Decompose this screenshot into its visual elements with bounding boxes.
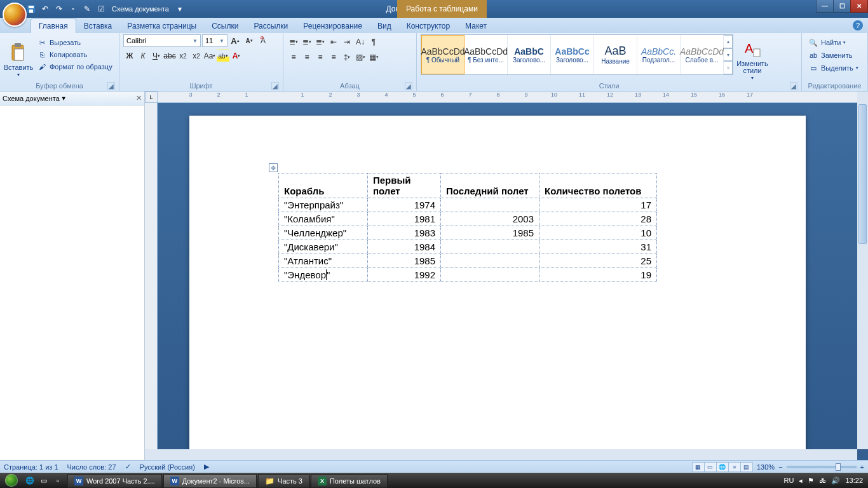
view-web[interactable]: 🌐 — [716, 462, 729, 472]
style-normal[interactable]: AaBbCcDd¶ Обычный — [421, 35, 465, 74]
superscript-button[interactable]: x2 — [190, 50, 203, 62]
table-header[interactable]: Количество полетов — [539, 173, 657, 198]
docmap-dropdown-icon[interactable]: ▼ — [61, 95, 67, 102]
copy-button[interactable]: ⎘Копировать — [34, 49, 115, 60]
style-nospacing[interactable]: AaBbCcDd¶ Без инте... — [465, 35, 508, 74]
status-page[interactable]: Страница: 1 из 1 — [4, 463, 58, 471]
table-row[interactable]: "Челленджер"1983198510 — [279, 226, 657, 240]
align-justify-button[interactable]: ≡ — [327, 51, 340, 64]
table-row[interactable]: "Энтерпрайз"197417 — [279, 198, 657, 212]
tab-insert[interactable]: Вставка — [76, 19, 120, 33]
align-right-button[interactable]: ≡ — [314, 51, 327, 64]
borders-button[interactable]: ▦▾ — [367, 51, 380, 64]
sort-button[interactable]: A↓ — [354, 36, 367, 48]
quicklaunch-desktop-icon[interactable]: ▭ — [37, 473, 51, 487]
qat-edit-icon[interactable]: ✎ — [81, 3, 93, 15]
status-words[interactable]: Число слов: 27 — [67, 463, 116, 471]
status-macro-icon[interactable]: ▶ — [204, 463, 209, 471]
font-size-combo[interactable]: 11▼ — [202, 34, 227, 47]
taskbar-item[interactable]: WWord 2007 Часть 2.... — [67, 474, 162, 488]
style-subtitle[interactable]: AaBbCc.Подзагол... — [637, 35, 681, 74]
help-icon[interactable]: ? — [853, 20, 863, 30]
view-draft[interactable]: ▤ — [740, 462, 753, 472]
view-outline[interactable]: ≡ — [728, 462, 741, 472]
tray-network-icon[interactable]: 🖧 — [819, 477, 826, 484]
table-header[interactable]: Корабль — [279, 173, 368, 198]
qat-check-icon[interactable]: ☑ — [95, 3, 107, 15]
align-center-button[interactable]: ≡ — [301, 51, 313, 64]
tray-flag-icon[interactable]: ⚑ — [808, 477, 814, 485]
subscript-button[interactable]: x2 — [177, 50, 189, 62]
shrink-font-button[interactable]: A▾ — [243, 34, 255, 47]
multilevel-button[interactable]: ≣▾ — [314, 36, 327, 48]
qat-more-icon[interactable]: ▾ — [174, 3, 186, 15]
office-button[interactable] — [3, 3, 27, 27]
font-launcher[interactable]: ◢ — [271, 82, 279, 90]
table-move-handle[interactable]: ✥ — [269, 163, 278, 172]
grow-font-button[interactable]: A▴ — [229, 34, 241, 47]
zoom-in-button[interactable]: + — [860, 463, 864, 471]
strike-button[interactable]: abc — [163, 50, 176, 62]
horizontal-ruler[interactable]: 3211234567891011121314151617 — [158, 92, 857, 103]
find-button[interactable]: 🔍Найти ▾ — [806, 37, 864, 48]
clear-formatting-button[interactable]: A⊘ — [257, 34, 269, 47]
view-fullscreen[interactable]: ▭ — [704, 462, 717, 472]
italic-button[interactable]: К — [137, 50, 149, 62]
change-case-button[interactable]: Aa▾ — [203, 50, 216, 62]
start-button[interactable] — [0, 473, 23, 488]
window-minimize-button[interactable]: — — [816, 0, 834, 13]
tray-caret-icon[interactable]: ◂ — [799, 477, 803, 485]
taskbar-item[interactable]: XПолеты шатлов — [311, 474, 388, 488]
tray-clock[interactable]: 13:22 — [845, 477, 863, 484]
table-row[interactable]: "Атлантис"198525 — [279, 254, 657, 268]
change-styles-button[interactable]: A Изменить стили▼ — [735, 34, 770, 81]
cut-button[interactable]: ✂Вырезать — [34, 37, 115, 48]
zoom-knob[interactable] — [836, 463, 841, 471]
tab-pagelayout[interactable]: Разметка страницы — [119, 19, 204, 33]
window-close-button[interactable]: ✕ — [850, 0, 868, 13]
bullets-button[interactable]: ≣▾ — [287, 36, 300, 48]
styles-gallery[interactable]: AaBbCcDd¶ Обычный AaBbCcDd¶ Без инте... … — [421, 34, 733, 75]
tab-review[interactable]: Рецензирование — [295, 19, 370, 33]
view-print-layout[interactable]: ▦ — [692, 462, 705, 472]
select-button[interactable]: ▭Выделить ▾ — [806, 62, 864, 74]
replace-button[interactable]: abЗаменить — [806, 50, 864, 61]
table-row[interactable]: "Эндевор"199219 — [279, 268, 657, 282]
taskbar-item[interactable]: WДокумент2 - Micros... — [163, 474, 257, 488]
style-heading2[interactable]: AaBbCcЗаголово... — [551, 35, 594, 74]
font-name-combo[interactable]: Calibri▼ — [123, 34, 201, 47]
status-proofing-icon[interactable]: ✓ — [125, 463, 131, 471]
document-table[interactable]: КорабльПервый полетПоследний полетКоличе… — [278, 173, 657, 282]
tab-design[interactable]: Конструктор — [399, 19, 458, 33]
docmap-close-icon[interactable]: ✕ — [136, 94, 142, 102]
tab-mailings[interactable]: Рассылки — [246, 19, 295, 33]
zoom-slider[interactable] — [787, 466, 857, 468]
highlight-button[interactable]: ab▾ — [217, 50, 229, 62]
tray-lang[interactable]: RU — [784, 477, 794, 484]
window-maximize-button[interactable]: ☐ — [833, 0, 851, 13]
qat-redo-icon[interactable]: ↷ — [53, 3, 65, 15]
qat-new-icon[interactable]: ▫ — [67, 3, 79, 15]
tray-volume-icon[interactable]: 🔊 — [831, 477, 840, 485]
zoom-level[interactable]: 130% — [757, 463, 775, 471]
tab-home[interactable]: Главная — [31, 18, 76, 33]
numbering-button[interactable]: ≣▾ — [301, 36, 313, 48]
qat-undo-icon[interactable]: ↶ — [39, 3, 51, 15]
docmap-title[interactable]: Схема документа — [3, 95, 60, 102]
ruler-toggle[interactable]: L — [145, 92, 158, 103]
table-header[interactable]: Первый полет — [368, 173, 441, 198]
qat-docmap-label[interactable]: Схема документа — [109, 5, 172, 13]
indent-dec-button[interactable]: ⇤ — [327, 36, 340, 48]
zoom-out-button[interactable]: − — [778, 463, 782, 471]
quicklaunch-ie-icon[interactable]: 🌐 — [23, 473, 37, 487]
taskbar-item[interactable]: 📁Часть 3 — [258, 474, 309, 488]
tab-view[interactable]: Вид — [370, 19, 399, 33]
shading-button[interactable]: ▨▾ — [354, 51, 367, 64]
table-header[interactable]: Последний полет — [441, 173, 539, 198]
vertical-scrollbar[interactable] — [857, 92, 868, 449]
clipboard-launcher[interactable]: ◢ — [107, 82, 115, 90]
status-language[interactable]: Русский (Россия) — [140, 463, 195, 471]
paragraph-launcher[interactable]: ◢ — [405, 82, 412, 90]
styles-launcher[interactable]: ◢ — [790, 82, 797, 90]
gallery-scroll[interactable]: ▴▾▿ — [724, 35, 733, 74]
